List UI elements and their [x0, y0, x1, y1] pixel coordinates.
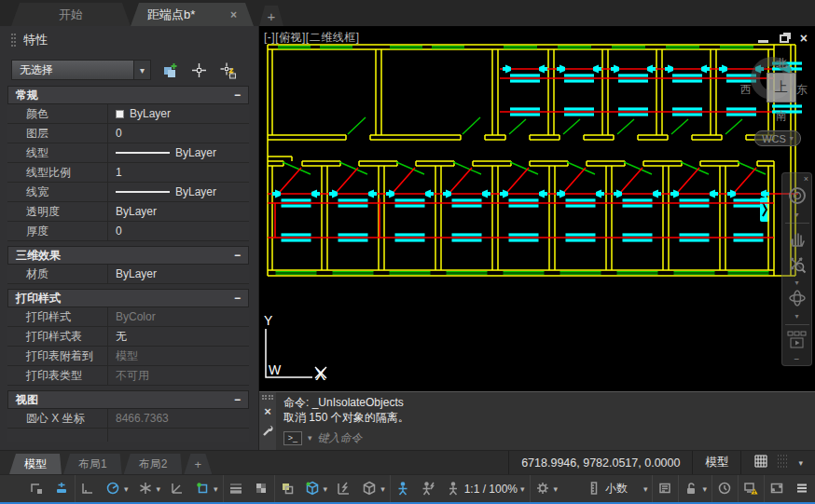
file-tab-drawing[interactable]: 距端点b* ×: [131, 3, 254, 26]
quick-properties-toggle-icon[interactable]: [217, 60, 238, 80]
dynamic-input-icon[interactable]: ▾: [357, 475, 390, 502]
viewcube-east-label[interactable]: 东: [796, 82, 808, 98]
workspace-settings-icon[interactable]: ▾: [531, 475, 563, 502]
showmotion-icon[interactable]: [786, 330, 808, 354]
annotation-scale-icon[interactable]: 1:1 / 100%▾: [441, 475, 530, 502]
viewcube-south-label[interactable]: 南: [776, 108, 787, 124]
close-icon[interactable]: ×: [804, 174, 808, 184]
minimize-icon[interactable]: [758, 40, 768, 43]
chevron-down-icon[interactable]: ▾: [324, 484, 328, 494]
tab-layout2[interactable]: 布局2: [124, 454, 183, 474]
viewport-controls-label[interactable]: [-][俯视][二维线框]: [264, 30, 360, 46]
customize-wrench-icon[interactable]: [261, 424, 274, 441]
annotation-visibility-icon[interactable]: [391, 475, 416, 502]
palette-grip[interactable]: [11, 34, 16, 47]
chevron-down-icon[interactable]: ▾: [794, 280, 798, 286]
color-value[interactable]: ByLayer: [108, 104, 249, 123]
annotation-scale-value[interactable]: 1:1 / 100%: [464, 483, 518, 496]
material-value[interactable]: ByLayer: [108, 265, 249, 283]
viewcube-west-label[interactable]: 西: [740, 82, 752, 98]
grid-display-icon[interactable]: [753, 454, 768, 471]
lineweight-display-icon[interactable]: [224, 475, 249, 502]
isometric-drafting-icon[interactable]: ▾: [133, 475, 166, 502]
wcs-dropdown[interactable]: WCS▾: [754, 130, 801, 146]
object-snap-tracking-icon[interactable]: [165, 475, 190, 502]
linetype-scale-value[interactable]: 1: [108, 163, 249, 182]
command-prompt-icon[interactable]: >_: [283, 431, 302, 445]
orbit-icon[interactable]: [787, 288, 808, 312]
model-space-toggle[interactable]: 模型: [692, 451, 740, 474]
collapse-icon[interactable]: −: [234, 292, 241, 305]
zoom-extents-icon[interactable]: [787, 254, 808, 279]
minimize-icon[interactable]: −: [794, 354, 800, 364]
coordinates-readout[interactable]: 6718.9946, 9782.0517, 0.0000: [508, 451, 692, 474]
collapse-icon[interactable]: −: [234, 393, 241, 406]
layer-value[interactable]: 0: [108, 124, 249, 143]
selection-dropdown[interactable]: 无选择 ▾: [11, 60, 151, 80]
navigation-wheel-icon[interactable]: [786, 184, 808, 211]
chevron-down-icon[interactable]: ▾: [643, 484, 648, 494]
toggle-pickadd-icon[interactable]: [159, 60, 180, 80]
transparency-value[interactable]: ByLayer: [108, 202, 249, 221]
chevron-down-icon[interactable]: ▾: [124, 484, 129, 494]
chevron-down-icon[interactable]: ▾: [157, 484, 161, 494]
units-icon[interactable]: 小数▾: [582, 475, 653, 502]
close-icon[interactable]: ×: [264, 406, 271, 417]
chevron-down-icon[interactable]: ▾: [702, 484, 707, 494]
chevron-down-icon[interactable]: ▾: [520, 484, 525, 494]
tab-layout1[interactable]: 布局1: [63, 454, 122, 474]
close-icon[interactable]: ×: [230, 8, 237, 21]
plotstyle-table-value[interactable]: 无: [108, 327, 249, 346]
file-tab-start[interactable]: 开始: [11, 3, 131, 26]
quick-properties-icon[interactable]: [653, 475, 678, 502]
transparency-icon[interactable]: [249, 475, 274, 502]
new-drawing-tab-button[interactable]: +: [259, 6, 283, 26]
close-icon[interactable]: ×: [800, 34, 808, 43]
linetype-value[interactable]: ByLayer: [108, 143, 249, 162]
object-snap-icon[interactable]: ▾: [190, 475, 223, 502]
graphics-performance-icon[interactable]: [739, 475, 764, 502]
chevron-down-icon[interactable]: ▾: [380, 484, 385, 494]
units-value[interactable]: 小数: [605, 481, 628, 497]
palette-title-bar[interactable]: 特性: [0, 26, 258, 54]
drawing-area[interactable]: Y W X [-][俯视][二维线框] × 上 北 南 西 东: [259, 26, 815, 391]
section-header-plotstyle[interactable]: 打印样式 −: [7, 289, 249, 307]
snap-mode-icon[interactable]: [49, 475, 75, 502]
chevron-down-icon[interactable]: ▾: [554, 484, 559, 494]
ortho-mode-icon[interactable]: [76, 475, 101, 502]
collapse-icon[interactable]: −: [234, 249, 241, 262]
restore-icon[interactable]: [780, 34, 789, 43]
chevron-down-icon[interactable]: ▾: [794, 314, 798, 320]
viewcube-top-face[interactable]: 上: [767, 73, 796, 102]
polar-tracking-icon[interactable]: ▾: [101, 475, 133, 502]
lineweight-value[interactable]: ByLayer: [108, 183, 249, 201]
section-header-general[interactable]: 常规 −: [7, 86, 249, 104]
chevron-down-icon[interactable]: ▾: [214, 484, 218, 494]
select-objects-icon[interactable]: [188, 60, 209, 80]
ui-lock-icon[interactable]: ▾: [679, 475, 711, 502]
new-layout-button[interactable]: +: [184, 454, 212, 474]
viewcube-north-label[interactable]: 北: [776, 56, 787, 72]
command-history[interactable]: 命令: _UnIsolateObjects 取消 150 个对象的隔离。 >_ …: [276, 392, 815, 450]
chevron-down-icon[interactable]: ▾: [794, 212, 798, 218]
3d-object-snap-icon[interactable]: ▾: [300, 475, 333, 502]
tab-model[interactable]: 模型: [9, 454, 62, 474]
palette-grip[interactable]: [262, 395, 273, 400]
autoscale-icon[interactable]: [416, 475, 441, 502]
pan-hand-icon[interactable]: [787, 228, 808, 252]
command-input-row[interactable]: >_ ▾ 键入命令: [283, 428, 808, 448]
dynamic-ucs-icon[interactable]: [332, 475, 357, 502]
snap-grid-icon[interactable]: [776, 454, 791, 471]
chevron-down-icon[interactable]: ▾: [798, 458, 803, 468]
section-header-view[interactable]: 视图 −: [7, 390, 249, 409]
chevron-down-icon[interactable]: ▾: [133, 61, 150, 79]
infer-constraints-icon[interactable]: [24, 475, 49, 502]
customize-icon[interactable]: [790, 475, 815, 502]
isolate-objects-icon[interactable]: [712, 475, 738, 502]
clean-screen-icon[interactable]: [765, 475, 790, 502]
chevron-down-icon[interactable]: ▾: [308, 433, 312, 443]
section-header-3d[interactable]: 三维效果 −: [7, 246, 249, 265]
selection-cycling-icon[interactable]: [275, 475, 300, 502]
thickness-value[interactable]: 0: [108, 222, 249, 240]
collapse-icon[interactable]: −: [234, 89, 241, 102]
